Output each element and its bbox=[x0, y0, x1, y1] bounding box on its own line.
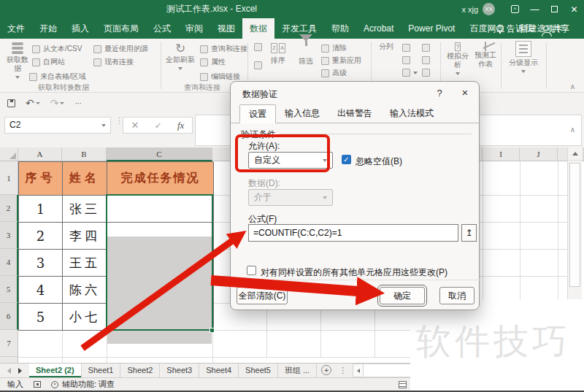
outline-button[interactable]: 分级显示 bbox=[507, 41, 540, 76]
sort-descending-button[interactable] bbox=[254, 61, 265, 69]
cell-a4[interactable]: 3 bbox=[19, 250, 63, 277]
consolidate-button[interactable] bbox=[422, 44, 433, 52]
tab-page-layout[interactable]: 页面布局 bbox=[96, 18, 146, 39]
table-header-cell[interactable]: 姓名 bbox=[63, 162, 107, 196]
dialog-close-button[interactable]: × bbox=[458, 86, 472, 99]
properties-button[interactable]: 属性 bbox=[200, 57, 226, 67]
tab-review[interactable]: 审阅 bbox=[178, 18, 210, 39]
clear-all-button[interactable]: 全部清除(C) bbox=[237, 287, 288, 304]
sheet-tab-sheet3[interactable]: Sheet3 bbox=[160, 364, 199, 377]
table-header-cell[interactable]: 完成任务情况 bbox=[107, 162, 214, 196]
avatar[interactable]: XX bbox=[483, 3, 495, 15]
apply-all-checkbox[interactable] bbox=[247, 266, 256, 275]
col-header-c[interactable]: C bbox=[107, 147, 212, 161]
accessibility-status[interactable]: 辅助功能: 调查 bbox=[62, 379, 115, 390]
cell-b6[interactable]: 小七 bbox=[63, 304, 107, 331]
cell-a5[interactable]: 4 bbox=[19, 277, 63, 304]
dialog-tab-settings[interactable]: 设置 bbox=[239, 104, 276, 123]
edit-links-button[interactable]: 编辑链接 bbox=[200, 72, 240, 82]
queries-connections-button[interactable]: 查询和连接 bbox=[200, 44, 247, 54]
name-box[interactable]: C2 bbox=[4, 117, 111, 134]
collapse-dialog-button[interactable]: ↥ bbox=[461, 224, 477, 242]
insert-function-icon[interactable]: fx bbox=[177, 120, 184, 131]
cell-b2[interactable]: 张三 bbox=[63, 196, 107, 223]
advanced-filter-button[interactable]: 高级 bbox=[321, 68, 347, 78]
formula-bar-collapse-icon[interactable]: ∧ bbox=[570, 126, 575, 134]
col-header-a[interactable]: A bbox=[18, 147, 62, 161]
next-sheet-icon[interactable] bbox=[18, 368, 22, 374]
cell-a6[interactable]: 5 bbox=[19, 304, 63, 331]
apply-all-label[interactable]: 对有同样设置的所有其他单元格应用这些更改(P) bbox=[261, 266, 447, 279]
from-table-range-button[interactable]: 来自表格/区域 bbox=[29, 72, 86, 82]
tab-insert[interactable]: 插入 bbox=[64, 18, 96, 39]
sort-ascending-button[interactable] bbox=[254, 43, 265, 51]
confirm-entry-icon[interactable]: ✓ bbox=[155, 120, 162, 131]
tab-formulas[interactable]: 公式 bbox=[146, 18, 178, 39]
sort-button[interactable]: ZA 排序 bbox=[267, 43, 289, 65]
forecast-sheet-button[interactable]: 预测工作表 bbox=[473, 42, 498, 69]
normal-view-icon[interactable] bbox=[399, 381, 407, 388]
sheet-tab-sheet5[interactable]: Sheet5 bbox=[239, 364, 278, 377]
from-web-button[interactable]: 自网站 bbox=[32, 57, 65, 67]
remove-duplicates-button[interactable] bbox=[402, 56, 413, 64]
row-header-4[interactable]: 4 bbox=[0, 249, 18, 276]
sheet-more-icon[interactable]: ⋮ bbox=[336, 364, 350, 377]
scroll-left-button[interactable] bbox=[353, 364, 364, 377]
clear-filter-button[interactable]: 清除 bbox=[321, 43, 347, 53]
sheet-tab-banzu[interactable]: 班组 ... bbox=[278, 364, 317, 377]
dialog-tab-ime-mode[interactable]: 输入法模式 bbox=[381, 104, 442, 123]
col-header-i[interactable]: I bbox=[483, 147, 520, 161]
tab-power-pivot[interactable]: Power Pivot bbox=[401, 18, 462, 39]
cell-b3[interactable]: 李四 bbox=[63, 223, 107, 250]
close-button[interactable]: ✕ bbox=[564, 0, 584, 18]
cancel-entry-icon[interactable]: ✕ bbox=[131, 120, 139, 131]
ignore-blank-label[interactable]: 忽略空值(B) bbox=[356, 155, 402, 168]
cell-a2[interactable]: 1 bbox=[19, 196, 63, 223]
reapply-button[interactable]: 重新应用 bbox=[321, 55, 361, 66]
account-name[interactable]: x xjg bbox=[461, 5, 478, 14]
cancel-button[interactable]: 取消 bbox=[439, 287, 474, 304]
formula-field[interactable]: =COUNTIF(C:C,C2)=1 bbox=[248, 224, 458, 242]
from-text-csv-button[interactable]: 从文本/CSV bbox=[32, 44, 82, 54]
minimize-button[interactable]: — bbox=[525, 0, 545, 18]
maximize-button[interactable] bbox=[545, 0, 564, 18]
data-validation-button[interactable] bbox=[402, 69, 418, 77]
ignore-blank-checkbox[interactable]: ✓ bbox=[342, 155, 351, 164]
redo-button[interactable]: ↷ bbox=[50, 97, 65, 109]
new-sheet-button[interactable]: + bbox=[321, 365, 331, 375]
cell-b4[interactable]: 王五 bbox=[63, 250, 107, 277]
row-header-5[interactable]: 5 bbox=[0, 276, 18, 303]
macro-record-icon[interactable] bbox=[34, 381, 41, 388]
collapse-ribbon-chevron[interactable]: ∧ bbox=[570, 82, 575, 91]
row-header-2[interactable]: 2 bbox=[0, 195, 18, 222]
flash-fill-button[interactable] bbox=[402, 44, 413, 52]
prev-sheet-icon[interactable] bbox=[7, 368, 11, 374]
sheet-tab-sheet2[interactable]: Sheet2 bbox=[120, 364, 160, 377]
row-header-7[interactable]: 7 bbox=[0, 330, 18, 357]
tab-file[interactable]: 文件 bbox=[0, 18, 32, 39]
tab-help[interactable]: 帮助 bbox=[324, 18, 356, 39]
dialog-tab-input-message[interactable]: 输入信息 bbox=[276, 104, 328, 123]
col-header-j[interactable]: J bbox=[520, 147, 558, 161]
sheet-tab-sheet2-2[interactable]: Sheet2 (2) bbox=[29, 364, 82, 377]
tab-view[interactable]: 视图 bbox=[210, 18, 242, 39]
manage-data-model-button[interactable] bbox=[422, 69, 433, 77]
tab-acrobat[interactable]: Acrobat bbox=[356, 18, 401, 39]
table-header-cell[interactable]: 序号 bbox=[19, 162, 63, 196]
dialog-help-button[interactable]: ? bbox=[434, 88, 445, 99]
row-header-6[interactable]: 6 bbox=[0, 303, 18, 330]
dialog-tab-error-alert[interactable]: 出错警告 bbox=[328, 104, 381, 123]
row-header-8-partial[interactable] bbox=[0, 357, 18, 363]
sheet-tab-sheet4[interactable]: Sheet4 bbox=[199, 364, 239, 377]
recent-sources-button[interactable]: 最近使用的源 bbox=[93, 44, 148, 54]
undo-button[interactable]: ↶ bbox=[26, 97, 40, 109]
ribbon-display-options-button[interactable]: ^ bbox=[505, 0, 525, 18]
tab-data[interactable]: 数据 bbox=[242, 18, 274, 39]
filter-button[interactable]: 筛选 bbox=[295, 42, 317, 66]
scrollbar-thumb[interactable] bbox=[569, 163, 580, 287]
refresh-all-button[interactable]: ↻ 全部刷新 bbox=[165, 42, 196, 73]
col-header-b[interactable]: B bbox=[62, 147, 107, 161]
tab-home[interactable]: 开始 bbox=[32, 18, 64, 39]
save-button[interactable] bbox=[7, 99, 15, 107]
relationships-button[interactable] bbox=[422, 56, 433, 64]
